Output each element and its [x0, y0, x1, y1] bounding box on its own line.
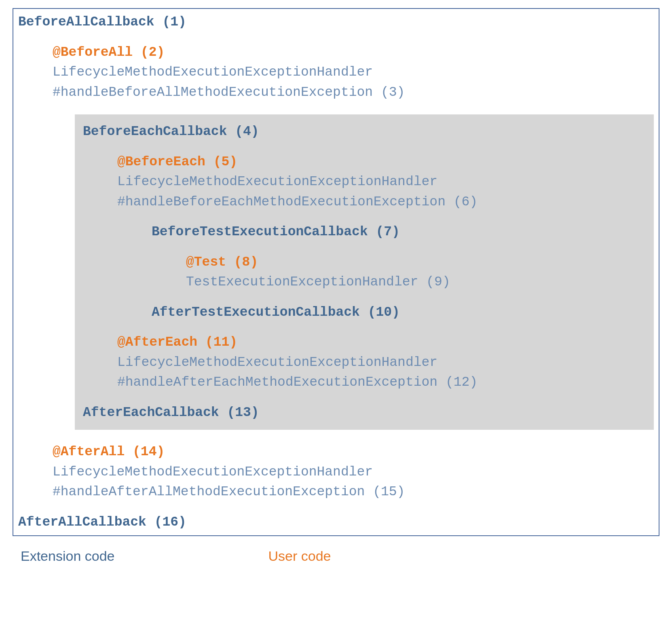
after-all-callback: AfterAllCallback (16)	[18, 512, 654, 532]
legend-user-code: User code	[268, 548, 331, 564]
test-annotation: @Test (8)	[83, 252, 646, 273]
before-all-handler-line1: LifecycleMethodExecutionExceptionHandler	[18, 62, 654, 82]
after-all-annotation: @AfterAll (14)	[18, 442, 654, 462]
before-all-handler-line2: #handleBeforeAllMethodExecutionException…	[18, 82, 654, 103]
inner-lifecycle-box: BeforeEachCallback (4) @BeforeEach (5) L…	[75, 114, 654, 430]
before-all-annotation: @BeforeAll (2)	[18, 42, 654, 63]
legend: Extension code User code	[13, 548, 659, 564]
after-test-exec-callback: AfterTestExecutionCallback (10)	[83, 302, 646, 323]
after-each-annotation: @AfterEach (11)	[83, 332, 646, 353]
after-all-handler-line1: LifecycleMethodExecutionExceptionHandler	[18, 462, 654, 482]
before-each-callback: BeforeEachCallback (4)	[83, 122, 646, 142]
test-handler: TestExecutionExceptionHandler (9)	[83, 272, 646, 292]
after-each-handler-line1: LifecycleMethodExecutionExceptionHandler	[83, 353, 646, 373]
legend-extension-code: Extension code	[21, 548, 115, 564]
after-each-callback: AfterEachCallback (13)	[83, 403, 646, 423]
outer-lifecycle-box: BeforeAllCallback (1) @BeforeAll (2) Lif…	[13, 8, 659, 536]
before-all-callback: BeforeAllCallback (1)	[18, 12, 654, 32]
before-each-handler-line2: #handleBeforeEachMethodExecutionExceptio…	[83, 192, 646, 212]
after-each-handler-line2: #handleAfterEachMethodExecutionException…	[83, 372, 646, 393]
after-all-handler-line2: #handleAfterAllMethodExecutionException …	[18, 482, 654, 502]
before-each-handler-line1: LifecycleMethodExecutionExceptionHandler	[83, 172, 646, 192]
before-test-exec-callback: BeforeTestExecutionCallback (7)	[83, 222, 646, 242]
diagram-container: BeforeAllCallback (1) @BeforeAll (2) Lif…	[13, 8, 659, 564]
before-each-annotation: @BeforeEach (5)	[83, 152, 646, 172]
